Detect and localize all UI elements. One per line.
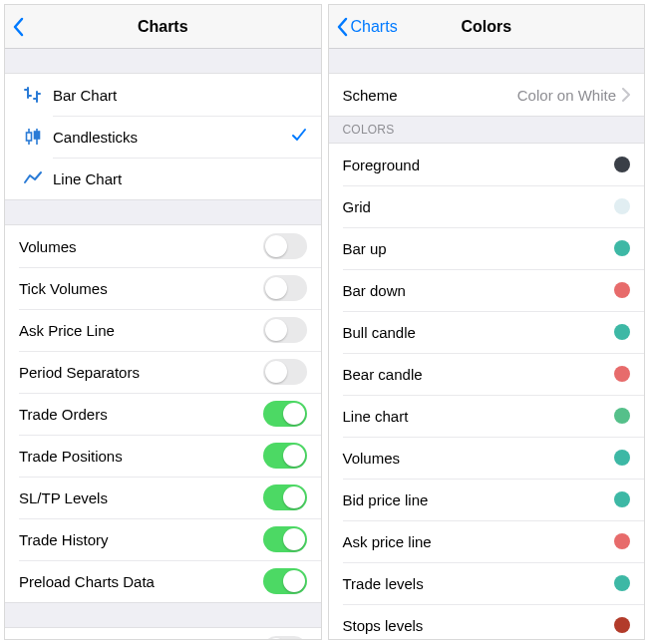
back-label: Charts — [351, 18, 398, 36]
toggle-row: Period Separators — [5, 351, 321, 393]
row-label: Bar down — [343, 282, 615, 299]
back-button[interactable] — [13, 17, 27, 37]
color-row[interactable]: Foreground — [329, 144, 645, 185]
color-row[interactable]: Trade levels — [329, 562, 645, 604]
toggle[interactable] — [263, 484, 307, 510]
panel-options-list: OHLCData WindowOne Click TradingTrading … — [5, 627, 321, 639]
toggle[interactable] — [263, 636, 307, 639]
toggle-row: Trade Positions — [5, 435, 321, 477]
row-label: Volumes — [343, 450, 615, 467]
color-swatch — [614, 157, 630, 172]
back-button[interactable]: Charts — [337, 17, 398, 37]
check-icon — [291, 127, 307, 148]
row-label: Line Chart — [53, 170, 307, 187]
row-label: Period Separators — [19, 364, 263, 381]
color-row[interactable]: Stops levels — [329, 604, 645, 639]
bar-chart-icon — [19, 85, 47, 105]
chevron-right-icon — [622, 88, 630, 102]
toggle[interactable] — [263, 275, 307, 301]
chart-type-line[interactable]: Line Chart — [5, 158, 321, 199]
toggle-row: Ask Price Line — [5, 309, 321, 351]
row-label: SL/TP Levels — [19, 489, 263, 506]
svg-rect-7 — [27, 133, 32, 141]
color-swatch — [614, 366, 630, 382]
row-label: Bar up — [343, 240, 615, 257]
chart-type-candlesticks[interactable]: Candlesticks — [5, 116, 321, 158]
toggle[interactable] — [263, 233, 307, 259]
color-row[interactable]: Ask price line — [329, 520, 645, 562]
colors-section-header: Colors — [329, 117, 645, 143]
row-label: Ask price line — [343, 533, 615, 550]
row-label: Foreground — [343, 157, 615, 173]
charts-header: Charts — [5, 5, 321, 49]
toggle-row: SL/TP Levels — [5, 477, 321, 518]
chart-type-bar[interactable]: Bar Chart — [5, 74, 321, 116]
row-label: Trade Positions — [19, 448, 263, 465]
row-label: Trade levels — [343, 575, 615, 592]
color-row[interactable]: Line chart — [329, 395, 645, 437]
row-label: Trade History — [19, 531, 263, 548]
toggle-row: Preload Charts Data — [5, 560, 321, 602]
row-label: Bear candle — [343, 366, 615, 383]
color-swatch — [614, 491, 630, 507]
row-label: Ask Price Line — [19, 322, 263, 339]
color-swatch — [614, 324, 630, 340]
scheme-list: Scheme Color on White — [329, 73, 645, 117]
row-label: Bull candle — [343, 324, 615, 341]
toggle-row: Volumes — [5, 225, 321, 267]
chevron-left-icon — [337, 17, 349, 37]
color-row[interactable]: Bear candle — [329, 353, 645, 395]
color-row[interactable]: Bull candle — [329, 311, 645, 353]
row-label: Scheme — [343, 87, 517, 104]
colors-header: Charts Colors — [329, 5, 645, 49]
row-label: Line chart — [343, 408, 615, 425]
toggle-row: Trade Orders — [5, 393, 321, 435]
page-title: Charts — [138, 18, 188, 36]
color-swatch — [614, 575, 630, 591]
display-options-list: VolumesTick VolumesAsk Price LinePeriod … — [5, 224, 321, 603]
color-swatch — [614, 408, 630, 424]
svg-rect-9 — [35, 132, 40, 139]
color-swatch — [614, 240, 630, 256]
row-label: Trade Orders — [19, 406, 263, 423]
scheme-value: Color on White — [517, 87, 616, 104]
toggle-row: Trade History — [5, 518, 321, 560]
toggle[interactable] — [263, 401, 307, 427]
row-label: Tick Volumes — [19, 280, 263, 297]
row-label: Grid — [343, 198, 615, 215]
scheme-row[interactable]: Scheme Color on White — [329, 74, 645, 116]
color-row[interactable]: Bid price line — [329, 479, 645, 520]
toggle[interactable] — [263, 526, 307, 552]
color-row[interactable]: Bar down — [329, 269, 645, 311]
color-swatch — [614, 282, 630, 298]
line-chart-icon — [19, 168, 47, 188]
row-label: Bid price line — [343, 491, 615, 508]
color-swatch — [614, 617, 630, 633]
color-row[interactable]: Grid — [329, 185, 645, 227]
row-label: Candlesticks — [53, 129, 291, 146]
row-label: Preload Charts Data — [19, 573, 263, 590]
toggle[interactable] — [263, 359, 307, 385]
row-label: Bar Chart — [53, 87, 307, 104]
toggle-row: Tick Volumes — [5, 267, 321, 309]
toggle-row: OHLC — [5, 628, 321, 639]
charts-screen: Charts Bar Chart Candlesticks — [4, 4, 322, 640]
colors-content: Scheme Color on White Colors ForegroundG… — [329, 49, 645, 639]
color-swatch — [614, 533, 630, 549]
candlesticks-icon — [19, 127, 47, 147]
toggle[interactable] — [263, 568, 307, 594]
toggle[interactable] — [263, 443, 307, 469]
color-row[interactable]: Bar up — [329, 227, 645, 269]
color-row[interactable]: Volumes — [329, 437, 645, 479]
toggle[interactable] — [263, 317, 307, 343]
page-title: Colors — [461, 18, 511, 36]
colors-list: ForegroundGridBar upBar downBull candleB… — [329, 143, 645, 639]
chart-type-list: Bar Chart Candlesticks Line Chart — [5, 73, 321, 200]
chevron-left-icon — [13, 17, 25, 37]
row-label: Stops levels — [343, 617, 615, 634]
row-label: Volumes — [19, 238, 263, 255]
colors-screen: Charts Colors Scheme Color on White Colo… — [328, 4, 646, 640]
color-swatch — [614, 198, 630, 214]
charts-content: Bar Chart Candlesticks Line Chart Volume… — [5, 49, 321, 639]
color-swatch — [614, 450, 630, 466]
